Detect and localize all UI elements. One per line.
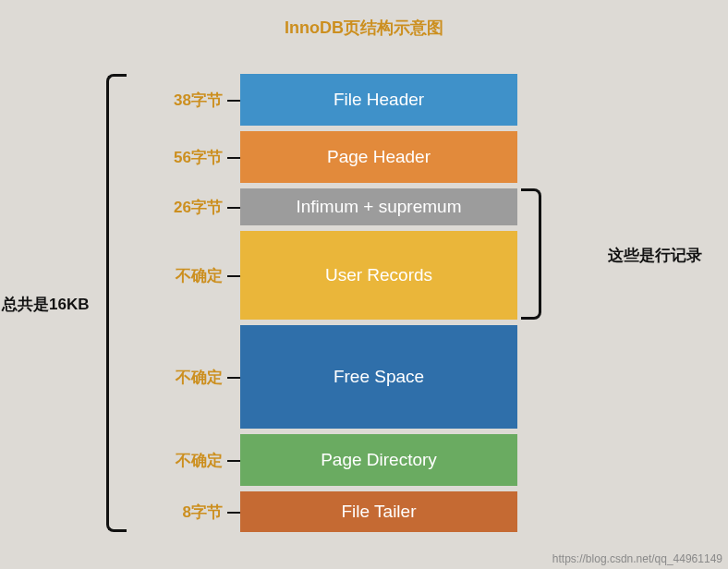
segment-free-space: Free Space [240,325,517,429]
size-labels-column: 38字节56字节26字节不确定不确定不确定8字节 [143,74,226,538]
row-records-annotation: 这些是行记录 [608,245,702,266]
size-label-1: 56字节 [143,131,226,183]
segment-file-header: File Header [240,74,517,126]
size-label-3: 不确定 [143,231,226,320]
connector-tick [227,100,240,102]
connector-tick [227,157,240,159]
left-bracket [106,74,127,532]
connector-tick [227,207,240,209]
diagram-title: InnoDB页结构示意图 [0,17,728,39]
segment-user-records: User Records [240,231,517,320]
size-label-6: 8字节 [143,491,226,532]
connector-tick [227,275,240,277]
size-label-0: 38字节 [143,74,226,126]
connector-tick [227,512,240,514]
connector-tick [227,460,240,462]
segment-file-tailer: File Tailer [240,491,517,532]
connector-tick [227,377,240,379]
total-size-label: 总共是16KB [2,294,89,315]
segment-infimum-supremum: Infimum + supremum [240,188,517,225]
right-bracket [521,188,541,320]
segment-page-header: Page Header [240,131,517,183]
size-label-2: 26字节 [143,188,226,225]
size-label-4: 不确定 [143,325,226,429]
page-structure-stack: File HeaderPage HeaderInfimum + supremum… [240,74,517,538]
size-label-5: 不确定 [143,434,226,486]
watermark-url: https://blog.csdn.net/qq_44961149 [552,552,722,565]
segment-page-directory: Page Directory [240,434,517,486]
